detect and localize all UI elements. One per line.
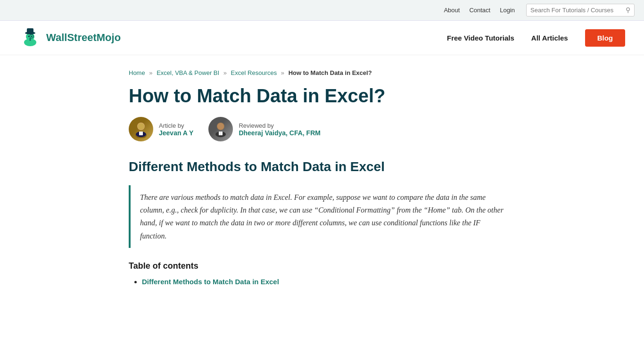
breadcrumb-excel-vba[interactable]: Excel, VBA & Power BI — [157, 69, 219, 76]
author-2-block: Reviewed by Dheeraj Vaidya, CFA, FRM — [208, 117, 321, 141]
search-input[interactable] — [530, 7, 623, 14]
section-heading: Different Methods to Match Data in Excel — [129, 158, 515, 175]
about-link[interactable]: About — [444, 7, 460, 14]
main-nav: Free Video Tutorials All Articles Blog — [447, 29, 625, 47]
logo-area[interactable]: $ WallStreetMojo — [19, 26, 121, 49]
svg-rect-3 — [27, 28, 33, 33]
breadcrumb-home[interactable]: Home — [129, 69, 145, 76]
authors-row: Article by Jeevan A Y Reviewed by Dheera… — [129, 117, 515, 141]
search-bar[interactable]: ⚲ — [526, 4, 635, 16]
svg-point-5 — [31, 36, 33, 37]
author-2-info: Reviewed by Dheeraj Vaidya, CFA, FRM — [239, 122, 321, 137]
avatar-1-image — [132, 120, 150, 138]
svg-point-16 — [217, 123, 224, 130]
svg-point-4 — [28, 36, 30, 37]
blockquote-text: There are various methods to match data … — [140, 191, 506, 242]
contact-link[interactable]: Contact — [469, 7, 490, 14]
logo-regular: WallStreet — [46, 32, 97, 43]
logo-icon: $ — [19, 26, 41, 49]
avatar-2-image — [212, 120, 230, 138]
search-icon: ⚲ — [626, 6, 630, 14]
breadcrumb-sep-2: » — [223, 69, 227, 76]
breadcrumb-sep-3: » — [281, 69, 284, 76]
breadcrumb-sep-1: » — [149, 69, 152, 76]
logo-colored: Mojo — [97, 32, 121, 43]
top-nav-links: About Contact Login — [444, 7, 515, 14]
svg-point-10 — [138, 123, 144, 130]
author-2-avatar — [208, 117, 233, 141]
author-1-name[interactable]: Jeevan A Y — [159, 129, 193, 137]
breadcrumb: Home » Excel, VBA & Power BI » Excel Res… — [129, 69, 515, 76]
author-2-label: Reviewed by — [239, 122, 321, 129]
login-link[interactable]: Login — [500, 7, 515, 14]
article-blockquote: There are various methods to match data … — [129, 185, 515, 248]
toc-heading: Table of contents — [129, 261, 515, 271]
breadcrumb-current: How to Match Data in Excel? — [289, 69, 372, 76]
all-articles-link[interactable]: All Articles — [531, 34, 568, 42]
toc-link-1[interactable]: Different Methods to Match Data in Excel — [142, 278, 279, 286]
main-header: $ WallStreetMojo Free Video Tutorials Al… — [0, 21, 644, 55]
free-tutorials-link[interactable]: Free Video Tutorials — [447, 34, 514, 42]
article-title: How to Match Data in Excel? — [129, 85, 515, 107]
toc-item-1: Different Methods to Match Data in Excel — [142, 278, 515, 286]
breadcrumb-excel-resources[interactable]: Excel Resources — [231, 69, 277, 76]
blog-button[interactable]: Blog — [585, 29, 625, 47]
content-area: Home » Excel, VBA & Power BI » Excel Res… — [110, 55, 534, 308]
top-navigation: About Contact Login ⚲ — [0, 0, 644, 21]
author-1-info: Article by Jeevan A Y — [159, 122, 193, 137]
toc-section: Table of contents Different Methods to M… — [129, 261, 515, 286]
toc-list: Different Methods to Match Data in Excel — [129, 278, 515, 286]
author-1-block: Article by Jeevan A Y — [129, 117, 193, 141]
author-2-name[interactable]: Dheeraj Vaidya, CFA, FRM — [239, 129, 321, 137]
logo-text: WallStreetMojo — [46, 32, 121, 44]
author-1-avatar — [129, 117, 153, 141]
author-1-label: Article by — [159, 122, 193, 129]
